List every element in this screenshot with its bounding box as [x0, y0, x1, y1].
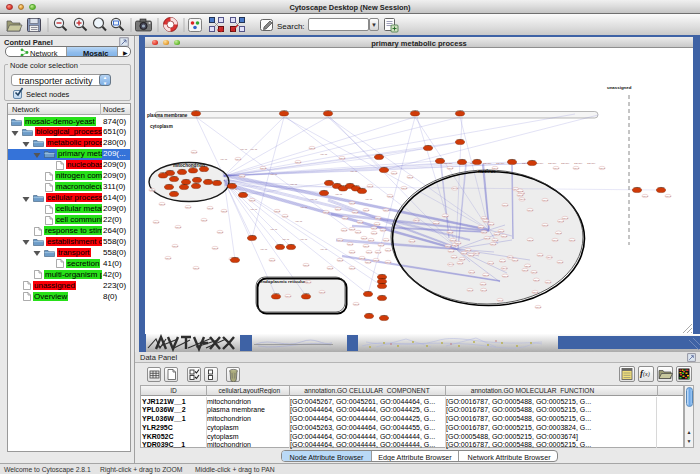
svg-text:Ylr29c: Ylr29c — [303, 292, 310, 294]
svg-text:Ybx-b: Ybx-b — [569, 239, 576, 242]
svg-text:Ylr29c: Ylr29c — [193, 109, 200, 111]
svg-text:Ygr-4b: Ygr-4b — [320, 153, 328, 156]
svg-text:Ygr-4b: Ygr-4b — [295, 220, 303, 223]
svg-text:Ybx-b: Ybx-b — [217, 231, 224, 234]
svg-text:Ybx-b: Ybx-b — [327, 267, 334, 270]
svg-text:Ybx-b: Ybx-b — [282, 215, 289, 218]
svg-text:Ygr-4b: Ygr-4b — [320, 248, 328, 251]
svg-text:Ybx-b: Ybx-b — [517, 194, 524, 197]
svg-text:endoplasmic reticulum: endoplasmic reticulum — [260, 279, 308, 284]
svg-text:Ybx-b: Ybx-b — [442, 215, 449, 218]
svg-text:Ybx-b: Ybx-b — [468, 271, 475, 274]
svg-text:Ybx-b: Ybx-b — [295, 161, 302, 164]
svg-text:Ylr29c: Ylr29c — [634, 186, 641, 188]
svg-text:Ybx-b: Ybx-b — [483, 274, 490, 277]
svg-text:Ybx-b: Ybx-b — [599, 167, 606, 170]
svg-text:Ybx-b: Ybx-b — [149, 189, 156, 192]
svg-text:Ybx-b: Ybx-b — [359, 257, 366, 260]
svg-text:Ybx-b: Ybx-b — [380, 229, 387, 232]
svg-text:Ylr29c: Ylr29c — [193, 182, 200, 184]
svg-text:Ylr29c: Ylr29c — [529, 159, 536, 161]
svg-text:Ybx-b: Ybx-b — [492, 239, 499, 242]
svg-text:Ybx-b: Ybx-b — [373, 259, 380, 262]
svg-text:Ylr29c: Ylr29c — [326, 179, 333, 181]
svg-text:Ybx-b: Ybx-b — [185, 206, 192, 209]
svg-text:Ybx-b: Ybx-b — [531, 271, 538, 274]
svg-text:Ybx-b: Ybx-b — [239, 175, 246, 178]
svg-text:Ybx-b: Ybx-b — [490, 243, 497, 246]
svg-text:Ygr-4b: Ygr-4b — [282, 238, 290, 241]
svg-text:cytoplasm: cytoplasm — [150, 124, 173, 129]
svg-text:Ybx-b: Ybx-b — [391, 172, 398, 175]
svg-text:Ylr29c: Ylr29c — [379, 282, 386, 284]
svg-text:Ybx-b: Ybx-b — [542, 224, 549, 227]
svg-text:Ybx-b: Ybx-b — [519, 198, 526, 201]
svg-text:Ybx-b: Ybx-b — [378, 244, 385, 247]
svg-text:Ylr29c: Ylr29c — [179, 168, 186, 170]
svg-text:Ybx-b: Ybx-b — [274, 210, 281, 213]
svg-text:Ylr29c: Ylr29c — [167, 169, 174, 171]
svg-text:Ybx-b: Ybx-b — [473, 252, 480, 255]
svg-text:Ybx-b: Ybx-b — [502, 275, 509, 278]
svg-text:Ylr29c: Ylr29c — [340, 184, 347, 186]
svg-text:Ybx-b: Ybx-b — [375, 217, 382, 220]
svg-text:Ybx-b: Ybx-b — [487, 262, 494, 265]
svg-text:Ylr29c: Ylr29c — [379, 277, 386, 279]
svg-text:Ybx-b: Ybx-b — [401, 187, 408, 190]
svg-text:GO:004: GO:004 — [574, 162, 583, 165]
svg-text:Ybx-b: Ybx-b — [349, 251, 356, 254]
svg-text:Ybx-b: Ybx-b — [451, 256, 458, 259]
svg-text:Ybx-b: Ybx-b — [532, 291, 539, 294]
svg-text:Ybx-b: Ybx-b — [498, 230, 505, 233]
svg-text:Ybx-b: Ybx-b — [573, 167, 580, 170]
svg-text:Ybx-b: Ybx-b — [448, 250, 455, 253]
svg-text:Ylr29c: Ylr29c — [181, 183, 188, 185]
svg-text:Ygr-4b: Ygr-4b — [270, 228, 278, 231]
svg-text:Ybx-b: Ybx-b — [357, 221, 364, 224]
svg-text:Ybx-b: Ybx-b — [480, 289, 487, 292]
svg-text:Ybx-b: Ybx-b — [352, 211, 359, 214]
svg-text:Ybx-b: Ybx-b — [385, 261, 392, 264]
svg-text:Ybx-b: Ybx-b — [323, 211, 330, 214]
svg-text:Ylr29c: Ylr29c — [273, 292, 280, 294]
svg-text:Ylr29c: Ylr29c — [376, 153, 383, 155]
svg-text:Ybx-b: Ybx-b — [191, 151, 198, 154]
svg-text:Ylr29c: Ylr29c — [474, 158, 481, 160]
svg-text:Ybx-b: Ybx-b — [537, 254, 544, 257]
svg-text:Ybx-b: Ybx-b — [383, 209, 390, 212]
svg-text:Ybx-b: Ybx-b — [309, 147, 316, 150]
svg-text:Ybx-b: Ybx-b — [341, 229, 348, 232]
svg-text:Ylr29c: Ylr29c — [437, 157, 444, 159]
svg-text:Ybx-b: Ybx-b — [447, 231, 454, 234]
svg-text:Ylr29c: Ylr29c — [381, 166, 388, 168]
svg-text:Ylr29c: Ylr29c — [277, 243, 284, 245]
svg-text:Ylr29c: Ylr29c — [281, 109, 288, 111]
svg-text:Ybx-b: Ybx-b — [153, 221, 160, 224]
svg-text:Ybx-b: Ybx-b — [501, 235, 508, 238]
svg-text:Ybx-b: Ybx-b — [553, 167, 560, 170]
svg-text:Ybx-b: Ybx-b — [385, 249, 392, 252]
svg-text:Ylr29c: Ylr29c — [457, 138, 464, 140]
svg-text:Ybx-b: Ybx-b — [527, 239, 534, 242]
svg-text:Ybx-b: Ybx-b — [337, 259, 344, 262]
svg-text:Ylr29c: Ylr29c — [166, 183, 173, 185]
svg-text:Ylr29c: Ylr29c — [425, 144, 432, 146]
svg-text:Ybx-b: Ybx-b — [447, 167, 454, 170]
svg-text:Ylr29c: Ylr29c — [232, 256, 239, 258]
svg-text:Ybx-b: Ybx-b — [159, 203, 166, 206]
svg-text:Ylr29c: Ylr29c — [412, 109, 419, 111]
svg-text:Ylr29c: Ylr29c — [183, 178, 190, 180]
svg-text:Ybx-b: Ybx-b — [665, 195, 672, 198]
svg-text:Ybx-b: Ybx-b — [235, 158, 242, 161]
svg-text:Ygr-4b: Ygr-4b — [335, 193, 343, 196]
svg-text:Ybx-b: Ybx-b — [642, 195, 649, 198]
svg-text:Ybx-b: Ybx-b — [480, 283, 487, 286]
svg-text:Ybx-b: Ybx-b — [285, 295, 292, 298]
svg-text:Ybx-b: Ybx-b — [517, 190, 524, 193]
svg-text:Ygr-4b: Ygr-4b — [290, 183, 298, 186]
svg-text:Ybx-b: Ybx-b — [450, 239, 457, 242]
svg-text:Ybx-b: Ybx-b — [413, 219, 420, 222]
svg-text:Ybx-b: Ybx-b — [445, 245, 452, 248]
svg-text:Ybx-b: Ybx-b — [522, 269, 529, 272]
svg-text:Ybx-b: Ybx-b — [368, 239, 375, 242]
